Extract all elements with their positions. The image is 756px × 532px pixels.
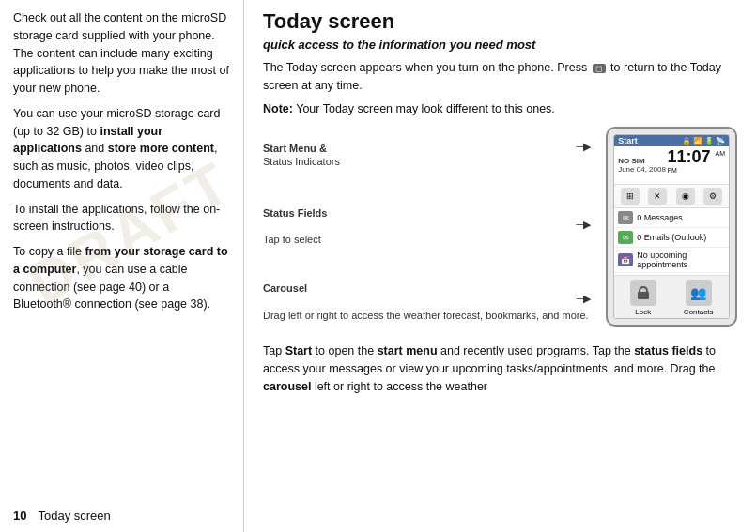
label-start-menu: Start Menu & Status Indicators ─▶ (263, 142, 591, 169)
wifi-icon: 📡 (716, 137, 725, 145)
start-menu-bold: start menu (378, 344, 438, 357)
messages-field: ✉ 0 Messages (614, 208, 729, 228)
icon-gear: ⚙ (703, 188, 722, 205)
lock-carousel-icon (630, 280, 656, 306)
icon-circle: ◉ (676, 188, 695, 205)
page-footer: 10 Today screen (13, 509, 111, 523)
page-title: Today screen (263, 9, 737, 34)
phone-mockup: Start 🔒 📶 🔋 📡 NO SIM June 04, 2008 (606, 127, 737, 327)
emails-icon: ✉ (618, 231, 633, 244)
start-label: Start (618, 136, 638, 145)
right-column: Today screen quick access to the informa… (244, 0, 756, 532)
no-sim-text: NO SIM (618, 157, 666, 165)
label-carousel: Carousel Drag left or right to access th… (263, 281, 591, 322)
lock-body (638, 292, 649, 299)
diagram-area: Start Menu & Status Indicators ─▶ Status… (263, 127, 737, 333)
start-bold: Start (285, 344, 312, 357)
date-text: June 04, 2008 (618, 165, 666, 174)
label-status-fields: Status Fields Tap to select ─▶ (263, 206, 591, 247)
appointments-icon: 📅 (618, 253, 633, 266)
left-para-2: You can use your microSD storage card (u… (13, 105, 230, 193)
messages-text: 0 Messages (637, 213, 683, 222)
bold-store: store more content (108, 142, 214, 155)
battery-icon: 🔋 (704, 137, 714, 145)
carousel-bold: carousel (263, 380, 311, 393)
left-para-1: Check out all the content on the microSD… (13, 9, 230, 98)
intro-text-1: The Today screen appears when you turn o… (263, 61, 587, 74)
note-label: Note: (263, 102, 293, 115)
phone-status-bar: Start 🔒 📶 🔋 📡 (614, 135, 729, 146)
phone-icon-row: ⊞ ✕ ◉ ⚙ (614, 185, 729, 208)
appointments-text: No upcoming appointments (637, 251, 725, 269)
datetime-row: NO SIM June 04, 2008 11:07 AMPM (614, 146, 729, 185)
label-status-desc: Tap to select (263, 234, 321, 245)
contacts-carousel-icon: 👥 (686, 280, 712, 306)
signal-icon: 📶 (693, 137, 702, 145)
contacts-label: Contacts (684, 308, 714, 316)
messages-icon: ✉ (618, 211, 633, 224)
lock-status-icon: 🔒 (682, 137, 691, 145)
left-para-3: To install the applications, follow the … (13, 201, 230, 236)
bottom-text: Tap Start to open the start menu and rec… (263, 342, 737, 395)
icon-grid: ⊞ (621, 188, 640, 205)
status-icons: 🔒 📶 🔋 📡 (682, 137, 725, 145)
sim-info: NO SIM June 04, 2008 (618, 157, 666, 174)
icon-x: ✕ (648, 188, 667, 205)
lock-carousel-item: Lock (630, 280, 656, 316)
status-fields-bold: status fields (634, 344, 702, 357)
contacts-carousel-item: 👥 Contacts (684, 280, 714, 316)
note-para: Note: Your Today screen may look differe… (263, 100, 737, 118)
label-status-title: Status Fields (263, 206, 591, 220)
intro-para: The Today screen appears when you turn o… (263, 59, 737, 95)
left-para-4: To copy a file from your storage card to… (13, 243, 230, 313)
lock-label: Lock (635, 308, 651, 316)
page-subtitle: quick access to the information you need… (263, 38, 737, 52)
time-value: 11:07 (667, 147, 710, 166)
lock-shape (638, 286, 649, 299)
note-text: Your Today screen may look different to … (296, 102, 555, 115)
carousel-row: Lock 👥 Contacts (614, 275, 729, 318)
emails-text: 0 Emails (Outlook) (637, 233, 706, 242)
bold-copy: from your storage card to a computer (13, 245, 228, 276)
label-carousel-title: Carousel (263, 281, 591, 295)
left-column: Check out all the content on the microSD… (0, 0, 244, 532)
appointments-field: 📅 No upcoming appointments (614, 248, 729, 273)
label-start-desc: Status Indicators (263, 156, 340, 167)
phone-labels: Start Menu & Status Indicators ─▶ Status… (263, 127, 591, 333)
emails-field: ✉ 0 Emails (Outlook) (614, 228, 729, 248)
phone-screen: Start 🔒 📶 🔋 📡 NO SIM June 04, 2008 (613, 134, 730, 319)
label-start-title: Start Menu & (263, 142, 591, 155)
time-display: 11:07 AMPM (667, 148, 725, 182)
page-number: 10 (13, 509, 26, 523)
page-label-footer: Today screen (38, 509, 110, 523)
label-carousel-desc: Drag left or right to access the weather… (263, 310, 589, 321)
press-icon: ◻ (593, 64, 606, 73)
